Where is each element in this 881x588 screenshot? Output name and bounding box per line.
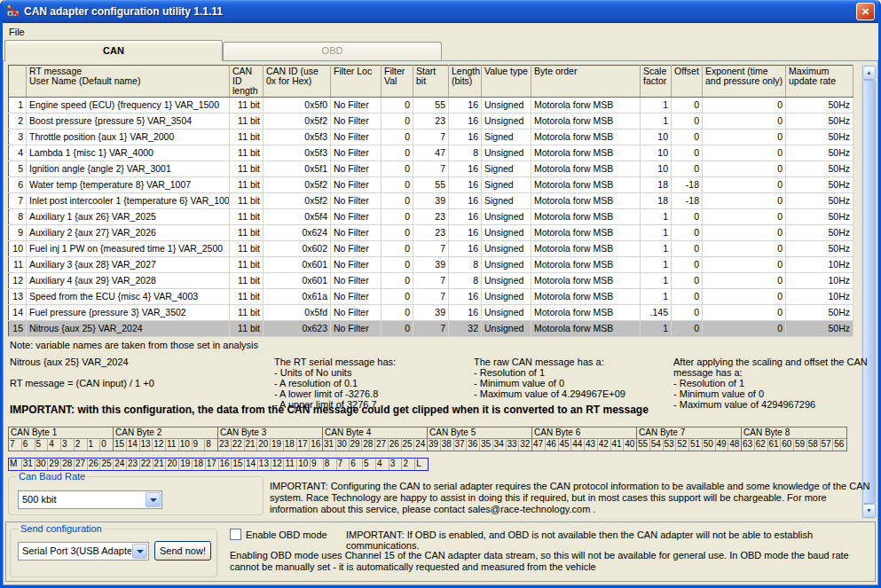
table-cell[interactable]: 0 bbox=[703, 273, 786, 289]
table-cell[interactable]: 23 bbox=[413, 114, 449, 129]
table-cell[interactable]: 18 bbox=[641, 177, 672, 193]
table-cell[interactable]: 0x5f0 bbox=[264, 98, 331, 114]
table-cell[interactable]: Engine speed (ECU) {frequency 1} VAR_150… bbox=[27, 98, 230, 114]
table-cell[interactable]: 0 bbox=[382, 193, 413, 209]
table-cell[interactable]: 39 bbox=[413, 193, 449, 209]
menu-file[interactable]: File bbox=[3, 25, 31, 39]
table-cell[interactable]: Motorola forw MSB bbox=[531, 241, 641, 257]
table-cell[interactable]: Motorola forw MSB bbox=[531, 161, 641, 177]
table-cell[interactable]: 0 bbox=[703, 289, 786, 305]
table-cell[interactable]: Motorola forw MSB bbox=[531, 193, 641, 209]
table-cell[interactable]: 7 bbox=[9, 193, 27, 209]
table-cell[interactable]: No Filter bbox=[331, 321, 382, 337]
table-cell[interactable]: Unsigned bbox=[482, 209, 531, 225]
scrollbar-thumb[interactable] bbox=[862, 80, 876, 504]
table-cell[interactable]: 0 bbox=[382, 161, 413, 177]
chevron-down-icon[interactable] bbox=[146, 492, 161, 507]
table-cell[interactable]: 50Hz bbox=[786, 305, 853, 321]
table-cell[interactable]: 0 bbox=[382, 177, 413, 193]
table-cell[interactable]: 0 bbox=[382, 241, 413, 257]
table-cell[interactable]: 0 bbox=[703, 321, 786, 337]
table-cell[interactable]: Signed bbox=[482, 177, 531, 193]
table-cell[interactable]: Motorola forw MSB bbox=[531, 225, 641, 241]
table-cell[interactable]: Motorola forw MSB bbox=[531, 177, 641, 193]
table-cell[interactable]: 16 bbox=[449, 114, 482, 129]
table-cell[interactable]: Unsigned bbox=[482, 225, 531, 241]
table-cell[interactable]: 13 bbox=[9, 289, 27, 305]
table-cell[interactable]: 16 bbox=[449, 193, 482, 209]
table-cell[interactable]: No Filter bbox=[331, 129, 382, 145]
table-cell[interactable]: 11 bit bbox=[230, 129, 264, 145]
table-cell[interactable]: Auxiliary 3 {aux 28} VAR_2027 bbox=[27, 257, 230, 273]
table-cell[interactable]: 1 bbox=[641, 241, 672, 257]
table-cell[interactable]: Motorola forw MSB bbox=[531, 305, 641, 321]
table-cell[interactable]: 0 bbox=[703, 145, 786, 161]
table-cell[interactable]: 0 bbox=[382, 129, 413, 145]
table-cell[interactable]: 10 bbox=[641, 145, 672, 161]
table-cell[interactable]: 16 bbox=[449, 241, 482, 257]
table-cell[interactable]: 11 bit bbox=[230, 98, 264, 114]
table-cell[interactable]: 7 bbox=[413, 321, 449, 337]
table-cell[interactable]: 0 bbox=[703, 257, 786, 273]
table-cell[interactable]: 11 bit bbox=[230, 289, 264, 305]
table-cell[interactable]: 2 bbox=[9, 114, 27, 129]
table-cell[interactable]: Water temp {temperature 8} VAR_1007 bbox=[27, 177, 230, 193]
table-cell[interactable]: 16 bbox=[449, 129, 482, 145]
table-cell[interactable]: 6 bbox=[9, 177, 27, 193]
table-cell[interactable]: 0 bbox=[672, 305, 703, 321]
table-cell[interactable]: 50Hz bbox=[786, 161, 853, 177]
table-cell[interactable]: 0 bbox=[703, 209, 786, 225]
table-cell[interactable]: Motorola forw MSB bbox=[531, 289, 641, 305]
table-cell[interactable]: 1 bbox=[9, 98, 27, 114]
table-cell[interactable]: Unsigned bbox=[482, 98, 531, 114]
table-cell[interactable]: 11 bit bbox=[230, 321, 264, 337]
table-cell[interactable]: Motorola forw MSB bbox=[531, 273, 641, 289]
table-cell[interactable]: Signed bbox=[482, 129, 531, 145]
table-cell[interactable]: No Filter bbox=[331, 161, 382, 177]
table-cell[interactable]: 23 bbox=[413, 225, 449, 241]
table-cell[interactable]: Fuel inj 1 PW on {measured time 1} VAR_2… bbox=[27, 241, 230, 257]
table-row[interactable]: 11Auxiliary 3 {aux 28} VAR_202711 bit0x6… bbox=[9, 257, 853, 273]
table-cell[interactable]: Throttle position {aux 1} VAR_2000 bbox=[27, 129, 230, 145]
table-cell[interactable]: 47 bbox=[413, 145, 449, 161]
table-cell[interactable]: No Filter bbox=[331, 114, 382, 129]
table-cell[interactable]: Signed bbox=[482, 161, 531, 177]
table-cell[interactable]: .145 bbox=[641, 305, 672, 321]
table-cell[interactable]: 0x623 bbox=[264, 321, 331, 337]
table-cell[interactable]: 0 bbox=[703, 161, 786, 177]
table-row[interactable]: 7Inlet post intercooler 1 {temperature 6… bbox=[9, 193, 853, 209]
table-cell[interactable]: 0 bbox=[672, 114, 703, 129]
table-cell[interactable]: Unsigned bbox=[482, 257, 531, 273]
scroll-up-icon[interactable]: ▲ bbox=[862, 66, 876, 80]
send-now-button[interactable]: Send now! bbox=[154, 541, 211, 561]
table-row[interactable]: 10Fuel inj 1 PW on {measured time 1} VAR… bbox=[9, 241, 853, 257]
table-cell[interactable]: Fuel pressure {pressure 3} VAR_3502 bbox=[27, 305, 230, 321]
table-cell[interactable]: 0x5f3 bbox=[264, 145, 331, 161]
table-cell[interactable]: 0x5f4 bbox=[264, 209, 331, 225]
table-cell[interactable]: Unsigned bbox=[482, 273, 531, 289]
table-cell[interactable]: 1 bbox=[641, 289, 672, 305]
table-cell[interactable]: 7 bbox=[413, 273, 449, 289]
table-cell[interactable]: 0 bbox=[382, 257, 413, 273]
table-cell[interactable]: Unsigned bbox=[482, 145, 531, 161]
table-cell[interactable]: 0 bbox=[672, 145, 703, 161]
table-cell[interactable]: Inlet post intercooler 1 {temperature 6}… bbox=[27, 193, 230, 209]
table-cell[interactable]: 0 bbox=[382, 209, 413, 225]
table-cell[interactable]: 0 bbox=[703, 177, 786, 193]
table-cell[interactable]: 1 bbox=[641, 114, 672, 129]
table-cell[interactable]: 11 bit bbox=[230, 273, 264, 289]
table-cell[interactable]: 50Hz bbox=[786, 114, 853, 129]
table-cell[interactable]: No Filter bbox=[331, 257, 382, 273]
table-row[interactable]: 14Fuel pressure {pressure 3} VAR_350211 … bbox=[9, 305, 853, 321]
table-cell[interactable]: 11 bit bbox=[230, 193, 264, 209]
table-cell[interactable]: 0x624 bbox=[264, 225, 331, 241]
table-cell[interactable]: 1 bbox=[641, 273, 672, 289]
baud-rate-select[interactable]: 500 kbit bbox=[18, 490, 162, 509]
table-cell[interactable]: 1 bbox=[641, 98, 672, 114]
table-cell[interactable]: 23 bbox=[413, 209, 449, 225]
table-row[interactable]: 8Auxiliary 1 {aux 26} VAR_202511 bit0x5f… bbox=[9, 209, 853, 225]
table-cell[interactable]: 39 bbox=[413, 257, 449, 273]
table-cell[interactable]: Unsigned bbox=[482, 305, 531, 321]
table-cell[interactable]: Motorola forw MSB bbox=[531, 257, 641, 273]
table-cell[interactable]: 0 bbox=[703, 241, 786, 257]
